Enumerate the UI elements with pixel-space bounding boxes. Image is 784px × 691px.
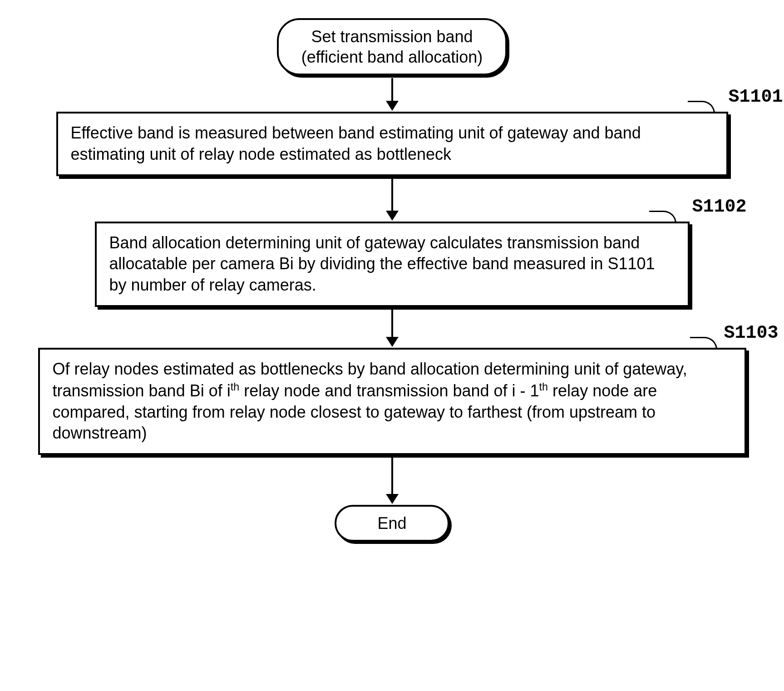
step3-label: S1103: [724, 321, 778, 345]
step3-text: Of relay nodes estimated as bottlenecks …: [53, 360, 687, 442]
step3-wrapper: S1103 Of relay nodes estimated as bottle…: [18, 348, 766, 455]
arrow-2: [386, 179, 399, 221]
label-line-2: [649, 211, 676, 223]
start-terminal: Set transmission band (efficient band al…: [277, 18, 508, 75]
step2-text: Band allocation determining unit of gate…: [109, 233, 655, 295]
arrow-4: [386, 458, 399, 504]
flowchart-container: Set transmission band (efficient band al…: [18, 18, 766, 542]
step1-text: Effective band is measured between band …: [71, 123, 641, 163]
step1-wrapper: S1101 Effective band is measured between…: [18, 112, 766, 176]
step1-label: S1101: [728, 85, 783, 109]
label-line-3: [690, 337, 717, 350]
step1-process: S1101 Effective band is measured between…: [56, 112, 728, 176]
end-terminal: End: [335, 505, 449, 542]
step2-label: S1102: [692, 195, 746, 219]
arrow-3: [386, 310, 399, 347]
start-line2: (efficient band allocation): [301, 48, 483, 66]
step3-process: S1103 Of relay nodes estimated as bottle…: [38, 348, 746, 455]
start-line1: Set transmission band: [311, 27, 473, 46]
step2-wrapper: S1102 Band allocation determining unit o…: [18, 222, 766, 307]
arrow-1: [386, 78, 399, 111]
step2-process: S1102 Band allocation determining unit o…: [95, 222, 690, 307]
end-text: End: [377, 514, 406, 533]
label-line-1: [688, 101, 715, 114]
